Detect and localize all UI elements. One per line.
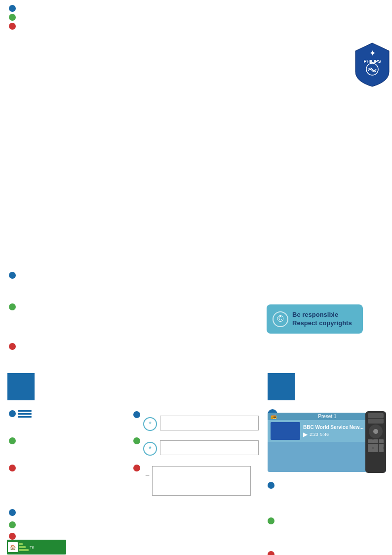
dot-green-bl1 [9, 437, 16, 444]
dot-red-rb2 [268, 551, 274, 555]
dot-green-mid1 [9, 303, 16, 310]
remote-nav-ring[interactable] [369, 425, 383, 438]
dot-blue-top [9, 5, 16, 12]
dot-blue-bl1 [9, 410, 16, 417]
dot-green-form1 [133, 437, 140, 444]
dot-red-form1 [133, 465, 140, 471]
signal-bar-2 [19, 546, 26, 548]
underscore-label: _ [146, 468, 149, 475]
dot-green-rb2 [268, 517, 274, 524]
form-input-1[interactable] [160, 416, 259, 430]
blue-square-right [268, 373, 295, 400]
current-time: 2:23 [310, 432, 318, 437]
remote-num-8[interactable] [373, 448, 378, 452]
copyright-icon: © [273, 311, 288, 327]
dot-blue-ll1 [9, 509, 16, 516]
dot-green-ll1 [9, 521, 16, 528]
home-icon: 🏠 [8, 542, 18, 552]
list-line-2 [18, 413, 32, 415]
dot-green-top [9, 14, 16, 21]
duration: 5:46 [320, 432, 329, 437]
copyright-line1: Be responsible [292, 311, 352, 319]
copyright-text: Be responsible Respect copyrights [292, 311, 352, 328]
bottom-image-strip: 🏠 Til [7, 540, 66, 555]
top-indicator-dots [9, 5, 16, 30]
philips-logo: PHILIPS ✦ [354, 42, 390, 87]
remote-num-7[interactable] [368, 448, 373, 452]
remote-center-btn[interactable] [373, 429, 378, 434]
remote-num-4[interactable] [368, 444, 373, 448]
dot-blue-rb2 [268, 482, 274, 489]
player-preset: Preset 1 [318, 414, 336, 419]
asterisk-icon-2: * [143, 442, 157, 456]
remote-btn-1[interactable] [368, 413, 384, 418]
list-icon [18, 410, 32, 421]
signal-bar-1 [19, 543, 23, 545]
player-channel: BBC World Service New... [303, 425, 363, 430]
remote-num-9[interactable] [379, 448, 384, 452]
form-field-1-row: * [143, 415, 259, 435]
dot-red-bl1 [9, 465, 16, 471]
asterisk-icon-1: * [143, 417, 157, 431]
player-info: BBC World Service New... ▶ 2:23 5:46 [303, 425, 363, 438]
list-line-3 [18, 416, 32, 418]
list-line-1 [18, 410, 32, 412]
dot-red-top [9, 23, 16, 30]
remote-num-6[interactable] [379, 444, 384, 448]
play-icon[interactable]: ▶ [303, 431, 308, 438]
copyright-line2: Respect copyrights [292, 319, 352, 328]
svg-text:✦: ✦ [369, 49, 376, 57]
dot-blue-form1 [133, 411, 140, 418]
player-icon: 📻 [271, 414, 276, 419]
remote-control [365, 411, 386, 473]
form-input-2[interactable] [160, 440, 259, 455]
remote-num-5[interactable] [373, 444, 378, 448]
signal-bar-3 [19, 549, 29, 551]
remote-top-buttons [366, 413, 385, 424]
remote-num-1[interactable] [368, 439, 373, 443]
signal-text: Til [30, 545, 34, 550]
remote-numpad [368, 439, 384, 452]
player-controls: ▶ 2:23 5:46 [303, 431, 363, 438]
dot-red-mid1 [9, 343, 16, 350]
copyright-badge: © Be responsible Respect copyrights [267, 304, 363, 334]
form-field-2-row: * [143, 440, 259, 460]
dot-blue-mid1 [9, 272, 16, 279]
blue-square-left [7, 373, 35, 400]
form-textarea[interactable] [152, 466, 251, 496]
signal-bars [19, 543, 29, 551]
remote-num-2[interactable] [373, 439, 378, 443]
player-thumbnail [271, 422, 300, 440]
remote-num-3[interactable] [379, 439, 384, 443]
form-textarea-row: _ [146, 466, 251, 496]
remote-btn-2[interactable] [368, 419, 384, 424]
dot-red-ll1 [9, 533, 16, 540]
